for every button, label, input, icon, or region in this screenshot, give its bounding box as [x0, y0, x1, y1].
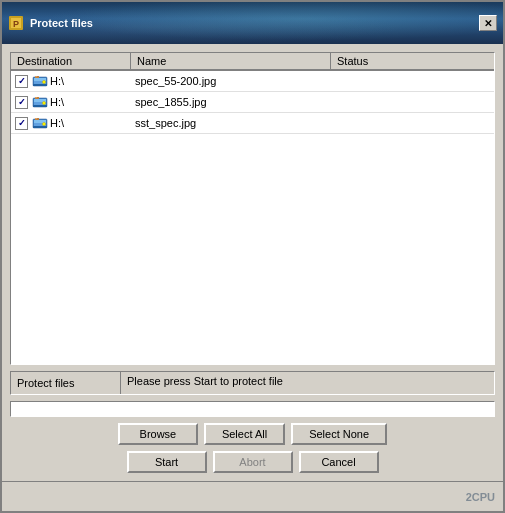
watermark-text: 2CPU — [466, 491, 495, 503]
status-label: Protect files — [11, 372, 121, 394]
cell-name-2: sst_spec.jpg — [131, 115, 331, 131]
close-button[interactable]: ✕ — [479, 15, 497, 31]
destination-text-2: H:\ — [50, 117, 64, 129]
drive-icon-2 — [32, 115, 48, 131]
cell-status-0 — [331, 79, 494, 83]
svg-rect-21 — [33, 126, 47, 128]
cell-status-1 — [331, 100, 494, 104]
title-bar: P Protect files ✕ — [2, 2, 503, 44]
checkbox-2[interactable] — [15, 117, 28, 130]
browse-button[interactable]: Browse — [118, 423, 198, 445]
cell-name-1: spec_1855.jpg — [131, 94, 331, 110]
svg-rect-23 — [35, 118, 37, 119]
file-table: Destination Name Status — [10, 52, 495, 365]
cell-name-0: spec_55-200.jpg — [131, 73, 331, 89]
select-all-button[interactable]: Select All — [204, 423, 285, 445]
destination-text-1: H:\ — [50, 96, 64, 108]
cancel-button[interactable]: Cancel — [299, 451, 379, 473]
checkbox-0[interactable] — [15, 75, 28, 88]
cell-destination-2: H:\ — [11, 113, 131, 133]
window-title: Protect files — [30, 17, 479, 29]
bottom-bar: 2CPU — [2, 481, 503, 511]
col-destination: Destination — [11, 53, 131, 70]
checkbox-1[interactable] — [15, 96, 28, 109]
app-icon: P — [8, 15, 24, 31]
destination-text-0: H:\ — [50, 75, 64, 87]
progress-bar — [10, 401, 495, 417]
status-bar: Protect files Please press Start to prot… — [10, 371, 495, 395]
status-text: Please press Start to protect file — [121, 372, 494, 394]
svg-point-20 — [43, 123, 46, 126]
svg-rect-14 — [33, 105, 47, 107]
cell-status-2 — [331, 121, 494, 125]
cell-destination-0: H:\ — [11, 71, 131, 91]
svg-rect-7 — [33, 84, 47, 86]
svg-rect-9 — [35, 76, 37, 77]
svg-point-6 — [43, 81, 46, 84]
abort-button[interactable]: Abort — [213, 451, 293, 473]
content-area: Destination Name Status — [2, 44, 503, 481]
start-button[interactable]: Start — [127, 451, 207, 473]
svg-text:P: P — [13, 19, 19, 29]
col-status: Status — [331, 53, 494, 70]
buttons-row-1: Browse Select All Select None — [10, 423, 495, 445]
cell-destination-1: H:\ — [11, 92, 131, 112]
table-header: Destination Name Status — [11, 53, 494, 71]
table-row: H:\ spec_1855.jpg — [11, 92, 494, 113]
main-window: P Protect files ✕ Destination Name Statu… — [0, 0, 505, 513]
drive-icon-0 — [32, 73, 48, 89]
buttons-row-2: Start Abort Cancel — [10, 451, 495, 473]
select-none-button[interactable]: Select None — [291, 423, 387, 445]
table-body: H:\ spec_55-200.jpg — [11, 71, 494, 134]
svg-point-13 — [43, 102, 46, 105]
col-name: Name — [131, 53, 331, 70]
svg-rect-16 — [35, 97, 37, 98]
drive-icon-1 — [32, 94, 48, 110]
table-row: H:\ sst_spec.jpg — [11, 113, 494, 134]
table-row: H:\ spec_55-200.jpg — [11, 71, 494, 92]
